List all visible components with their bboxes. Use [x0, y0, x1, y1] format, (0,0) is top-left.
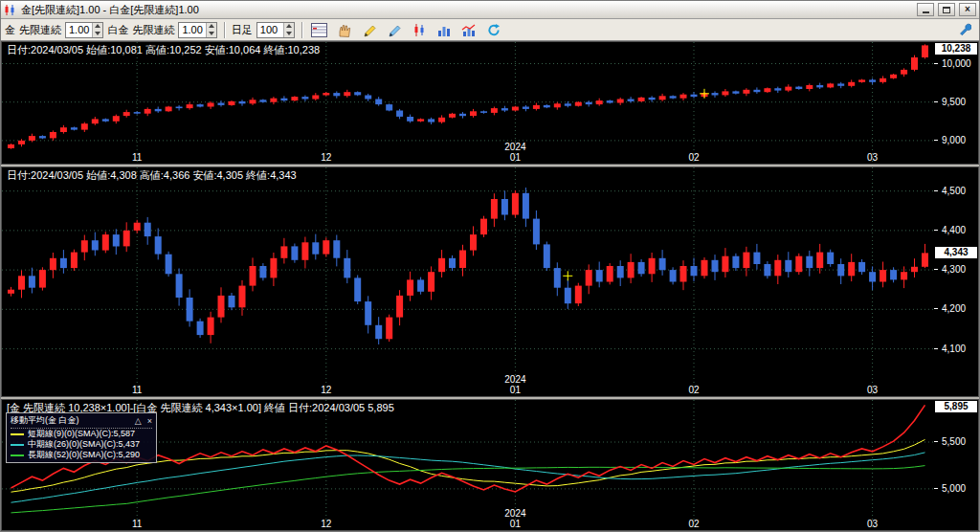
spin-up-icon[interactable] — [284, 23, 294, 31]
quote-board-button[interactable] — [309, 20, 330, 39]
candle-chart-type-button[interactable] — [409, 20, 430, 39]
candle-body — [774, 260, 781, 277]
candle-body — [39, 270, 46, 288]
candle-body — [544, 105, 550, 107]
ma-legend[interactable]: 移動平均(金 白金) △ × 短期線(9)(0)(SMA)(C):5,587中期… — [6, 412, 157, 463]
candle-body — [301, 242, 308, 259]
candle-body — [166, 255, 172, 275]
candle-body — [386, 104, 392, 110]
legend-collapse-icon[interactable]: △ — [135, 416, 142, 426]
gold-plot[interactable]: 11120120240203 — [2, 42, 934, 164]
spread-chart-panel[interactable]: 11120120240203 5,5005,000 [金 先限連続 10,238… — [1, 399, 979, 531]
period-label: 日足 — [232, 23, 253, 37]
candle-body — [291, 97, 298, 100]
candle-body — [438, 118, 445, 122]
candle-body — [60, 258, 67, 268]
gold-chart-panel[interactable]: 11120120240203 10,0009,5009,000 日付:2024/… — [1, 41, 979, 165]
app-icon — [4, 4, 17, 16]
candle-body — [280, 99, 287, 100]
maximize-button[interactable] — [938, 3, 955, 16]
candle-body — [92, 240, 99, 250]
candle-body — [806, 256, 813, 268]
candle-body — [354, 277, 361, 301]
candle-body — [544, 244, 550, 268]
candle-body — [911, 267, 918, 272]
candle-body — [459, 114, 466, 116]
platinum-chart-panel[interactable]: 11120120240203 4,5004,4004,3004,2004,100… — [1, 166, 979, 397]
spin-down-icon[interactable] — [207, 30, 216, 37]
candle-body — [554, 268, 561, 288]
candle-body — [176, 274, 183, 298]
chart-settings-button[interactable] — [954, 20, 975, 39]
close-button[interactable]: × — [959, 3, 976, 16]
candle-body — [554, 103, 561, 107]
bar-chart-type-button[interactable] — [434, 20, 455, 39]
candle-body — [197, 104, 204, 106]
bar-count-spinner[interactable]: 100 — [256, 22, 295, 38]
candle-body — [18, 276, 25, 289]
toolbar-separator — [301, 22, 302, 38]
legend-title: 移動平均(金 白金) — [11, 414, 129, 427]
legend-close-icon[interactable]: × — [147, 416, 152, 426]
x-axis-month-label: 12 — [321, 385, 332, 395]
x-axis-month-label: 03 — [867, 385, 879, 395]
quote-board-icon — [311, 23, 327, 37]
ratio1-spin-buttons[interactable] — [92, 23, 102, 37]
close-icon: × — [965, 5, 970, 14]
minimize-button[interactable] — [917, 3, 934, 16]
ratio2-spinner[interactable]: 1.00 — [178, 22, 216, 38]
candle-body — [291, 246, 298, 259]
bar-count-value: 100 — [257, 23, 283, 37]
bar-line-chart-type-button[interactable] — [458, 20, 479, 39]
candle-body — [764, 264, 770, 276]
y-axis-label: 5,000 — [934, 483, 966, 494]
spin-down-icon[interactable] — [93, 30, 102, 37]
titlebar[interactable]: 金[先限連続]1.00 - 白金[先限連続]1.00 × — [1, 1, 979, 19]
candle-body — [638, 262, 645, 274]
legend-item: 長期線(52)(0)(SMA)(C):5,290 — [11, 450, 152, 460]
x-axis-month-label: 01 — [510, 385, 522, 395]
candle-body — [459, 251, 466, 269]
candle-body — [113, 116, 120, 122]
ratio1-value: 1.00 — [66, 23, 92, 37]
candle-body — [890, 270, 897, 279]
spin-up-icon[interactable] — [207, 23, 216, 31]
candle-body — [39, 136, 46, 138]
bar-line-chart-icon — [461, 23, 477, 37]
ratio2-spin-buttons[interactable] — [206, 23, 216, 37]
candle-body — [848, 262, 855, 276]
bar-count-spin-buttons[interactable] — [283, 23, 294, 37]
text-annotation-tool-button[interactable] — [384, 20, 405, 39]
symbol1-label: 金 — [5, 23, 15, 37]
ratio1-spinner[interactable]: 1.00 — [65, 22, 103, 38]
candle-body — [145, 109, 151, 114]
draw-line-tool-button[interactable] — [359, 20, 380, 39]
y-axis-label: 10,000 — [934, 58, 971, 69]
candle-body — [259, 100, 266, 101]
candle-body — [375, 325, 382, 339]
x-axis-year-label: 2024 — [504, 142, 526, 152]
platinum-plot[interactable]: 11120120240203 — [2, 167, 934, 396]
x-axis-month-label: 11 — [132, 152, 143, 163]
candle-body — [8, 144, 14, 148]
candle-body — [753, 90, 760, 92]
hand-icon — [337, 23, 351, 37]
refresh-icon — [486, 23, 501, 37]
y-axis-label: 4,100 — [934, 344, 966, 354]
candle-body — [50, 258, 56, 270]
candle-body — [774, 88, 781, 90]
candle-body — [113, 234, 120, 246]
spin-down-icon[interactable] — [284, 30, 294, 37]
symbol2-label: 白金 — [107, 23, 128, 37]
spin-up-icon[interactable] — [93, 23, 102, 31]
candle-body — [816, 253, 823, 269]
refresh-button[interactable] — [483, 20, 504, 39]
candle-body — [18, 141, 25, 144]
platinum-candles — [8, 188, 928, 344]
candle-body — [785, 260, 791, 272]
candle-body — [501, 108, 508, 110]
hand-tool-button[interactable] — [334, 20, 355, 39]
gold-y-axis: 10,0009,5009,000 — [934, 42, 978, 164]
y-axis-label: 5,500 — [934, 436, 966, 447]
candle-body — [134, 112, 141, 114]
